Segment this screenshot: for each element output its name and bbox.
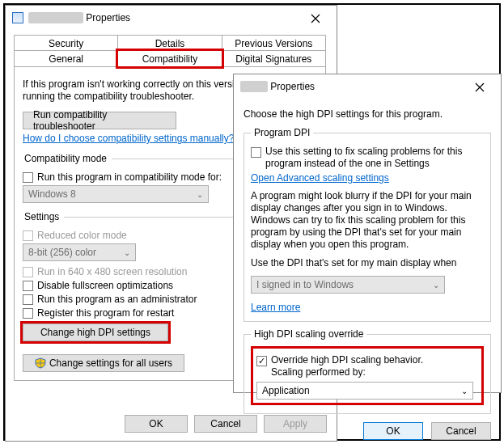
close-button[interactable] xyxy=(465,79,494,95)
run-640-checkbox xyxy=(23,267,33,277)
register-restart-label: Register this program for restart xyxy=(37,307,174,319)
run-admin-checkbox[interactable] xyxy=(23,294,33,305)
use-dpi-when-label: Use the DPI that's set for my main displ… xyxy=(251,257,484,269)
title-suffix: Properties xyxy=(270,81,315,92)
close-button[interactable] xyxy=(301,11,330,27)
app-icon xyxy=(12,12,23,23)
titlebar: ████████ Properties xyxy=(6,6,337,30)
dpi-blurb: A program might look blurry if the DPI f… xyxy=(251,190,484,251)
learn-more-link[interactable]: Learn more xyxy=(251,302,300,313)
override-highlight: Override high DPI scaling behavior. Scal… xyxy=(251,346,484,405)
title-blurred: ████ xyxy=(240,81,268,92)
dialog-footer: OK Cancel xyxy=(244,422,491,440)
close-icon xyxy=(475,82,485,92)
chevron-down-icon: ⌄ xyxy=(433,281,439,290)
manual-settings-link[interactable]: How do I choose compatibility settings m… xyxy=(23,133,234,144)
when-value: I signed in to Windows xyxy=(256,279,354,290)
title-suffix: Properties xyxy=(86,12,130,23)
titlebar: ████ Properties xyxy=(234,74,501,99)
run-640-label: Run in 640 x 480 screen resolution xyxy=(37,266,187,277)
use-setting-label: Use this setting to fix scaling problems… xyxy=(265,146,484,170)
disable-fullscreen-checkbox[interactable] xyxy=(23,281,33,291)
color-value: 8-bit (256) color xyxy=(28,247,96,258)
override-group: High DPI scaling override Override high … xyxy=(244,328,491,414)
run-admin-label: Run this program as an administrator xyxy=(37,294,197,305)
tab-strip: Security Details Previous Versions Gener… xyxy=(14,35,328,67)
title-blurred: ████████ xyxy=(28,12,83,23)
tab-digital-signatures[interactable]: Digital Signatures xyxy=(222,50,326,67)
color-select: 8-bit (256) color ⌄ xyxy=(23,243,136,261)
ok-button[interactable]: OK xyxy=(125,415,188,433)
chevron-down-icon: ⌄ xyxy=(461,387,468,395)
open-advanced-link[interactable]: Open Advanced scaling settings xyxy=(251,172,389,184)
change-all-users-button[interactable]: Change settings for all users xyxy=(23,354,184,372)
run-troubleshooter-button[interactable]: Run compatibility troubleshooter xyxy=(23,112,176,129)
use-setting-checkbox[interactable] xyxy=(251,147,261,158)
program-dpi-group: Program DPI Use this setting to fix scal… xyxy=(244,127,491,322)
tab-compatibility[interactable]: Compatibility xyxy=(117,50,222,67)
shield-icon xyxy=(35,357,46,369)
reduced-color-checkbox xyxy=(23,230,33,241)
change-high-dpi-button[interactable]: Change high DPI settings xyxy=(23,323,168,341)
chevron-down-icon: ⌄ xyxy=(197,190,203,199)
override-label: Override high DPI scaling behavior. Scal… xyxy=(271,354,423,378)
close-icon xyxy=(311,14,320,23)
compat-mode-select[interactable]: Windows 8 ⌄ xyxy=(23,185,209,203)
high-dpi-dialog: ████ Properties Choose the high DPI sett… xyxy=(233,74,502,393)
register-restart-checkbox[interactable] xyxy=(23,308,33,319)
override-legend: High DPI scaling override xyxy=(251,328,366,340)
tab-details[interactable]: Details xyxy=(117,35,222,52)
disable-fullscreen-label: Disable fullscreen optimizations xyxy=(37,280,173,291)
compat-mode-value: Windows 8 xyxy=(28,188,76,200)
tab-general[interactable]: General xyxy=(14,50,118,67)
ok-button[interactable]: OK xyxy=(363,422,423,440)
override-select[interactable]: Application ⌄ xyxy=(256,382,473,400)
cancel-button[interactable]: Cancel xyxy=(431,422,491,440)
program-dpi-legend: Program DPI xyxy=(251,127,313,138)
tab-security[interactable]: Security xyxy=(14,35,118,52)
compat-mode-checkbox[interactable] xyxy=(23,172,33,183)
override-checkbox[interactable] xyxy=(256,356,267,366)
compat-mode-legend: Compatibility mode xyxy=(23,153,112,164)
override-value: Application xyxy=(262,385,310,396)
reduced-color-label: Reduced color mode xyxy=(37,230,127,241)
chevron-down-icon: ⌄ xyxy=(124,248,130,257)
settings-legend: Settings xyxy=(23,211,64,222)
tab-previous-versions[interactable]: Previous Versions xyxy=(222,35,326,52)
compat-mode-label: Run this program in compatibility mode f… xyxy=(37,171,222,183)
when-select: I signed in to Windows ⌄ xyxy=(251,276,445,294)
dpi-intro: Choose the high DPI settings for this pr… xyxy=(244,108,491,121)
